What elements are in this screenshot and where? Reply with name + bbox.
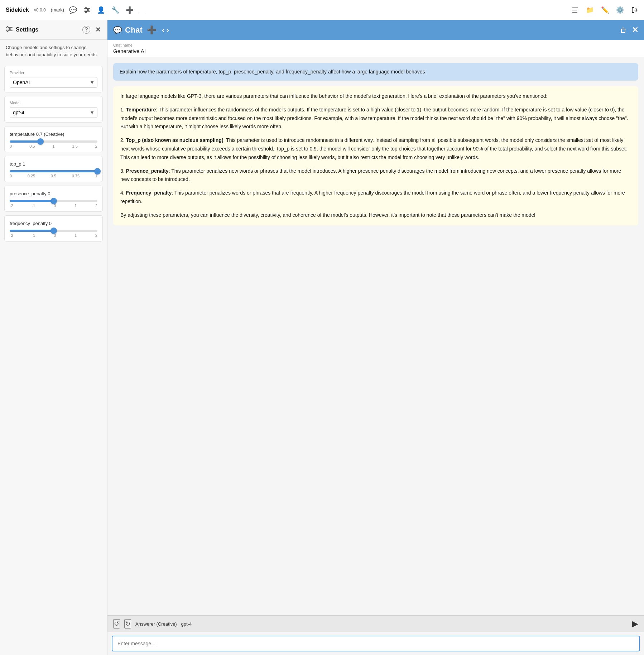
assistant-para-1: In large language models like GPT-3, the… [120,92,631,101]
chat-delete-button[interactable] [620,27,627,34]
model-section: Model gpt-4 ▼ [4,96,103,123]
temperature-slider-track[interactable] [10,140,97,143]
model-select-wrapper[interactable]: gpt-4 ▼ [10,107,97,118]
assistant-message: In large language models like GPT-3, the… [113,86,638,225]
chat-new-button[interactable]: ➕ [147,25,157,35]
assistant-para-5: 4. Frequency_penalty: This parameter pen… [120,189,631,206]
provider-select[interactable]: OpenAI [10,77,97,88]
chat-close-button[interactable]: ✕ [632,25,638,35]
svg-rect-14 [9,28,10,30]
provider-select-wrapper[interactable]: OpenAI ▼ [10,77,97,88]
temperature-slider-label: temperature 0.7 (Creative) [10,132,97,137]
temperature-slider-marks: 0 0.5 1 1.5 2 [10,144,97,148]
person-nav-icon[interactable]: 👤 [97,6,105,14]
temperature-slider-fill [10,140,40,143]
user-message-text: Explain how the parameters of temperatur… [120,69,425,75]
chat-header: 💬 Chat ➕ [107,20,644,40]
wrench-nav-icon[interactable]: 🔧 [111,6,119,14]
presence-penalty-slider-fill [10,200,54,202]
nav-icons-right: 📁 ✏️ ⚙️ [572,6,638,14]
svg-rect-8 [572,12,577,13]
svg-rect-4 [87,9,88,11]
frequency-penalty-slider-thumb [51,228,57,234]
settings-header: Settings ? ✕ [0,20,107,40]
svg-rect-3 [85,8,87,9]
settings-sliders-icon [6,25,13,34]
chat-name-label: Chat name [113,43,638,47]
settings-title: Settings [16,27,80,33]
top-p-slider-fill [10,170,97,172]
chat-code-button[interactable] [162,26,169,34]
top-nav: Sidekick v0.0.0 (mark) 💬 👤 🔧 ➕ _ 📁 ✏️ ⚙️ [0,0,644,20]
app-name: Sidekick [6,7,29,13]
presence-penalty-slider-thumb [51,198,57,204]
sliders-nav-icon[interactable] [83,6,91,14]
svg-rect-7 [572,10,577,10]
svg-rect-13 [7,27,8,28]
settings-header-actions: ? ✕ [82,25,101,34]
chat-header-right-actions: ✕ [620,25,638,35]
toolbar-model-label: gpt-4 [181,621,192,627]
chat-input-bar [107,632,644,655]
svg-rect-6 [572,8,578,8]
chat-toolbar: ↺ ↻ Answerer (Creative) gpt-4 ▶ [107,615,644,632]
settings-panel: Settings ? ✕ Change models and settings … [0,20,107,655]
chat-footer: ↺ ↻ Answerer (Creative) gpt-4 ▶ [107,615,644,655]
chat-messages: Explain how the parameters of temperatur… [107,57,644,615]
assistant-para-6: By adjusting these parameters, you can i… [120,211,631,220]
provider-label: Provider [10,71,97,75]
frequency-penalty-slider-label: frequency_penalty 0 [10,221,97,226]
chat-header-title-group: 💬 Chat [113,25,143,35]
app-user: (mark) [51,7,64,13]
chat-name-value: Generative AI [113,48,638,54]
chat-message-input[interactable] [112,636,640,651]
frequency-penalty-slider-track[interactable] [10,230,97,232]
chat-name-bar: Chat name Generative AI [107,40,644,57]
main-layout: Settings ? ✕ Change models and settings … [0,20,644,655]
chat-icon: 💬 [113,26,122,34]
chat-nav-icon[interactable]: 💬 [69,6,77,14]
toolbar-redo-button[interactable]: ↻ [124,619,131,628]
presence-penalty-slider-track[interactable] [10,200,97,202]
settings-help-button[interactable]: ? [82,26,90,34]
frequency-penalty-slider-fill [10,230,54,232]
svg-rect-15 [7,30,8,32]
folder-nav-icon[interactable]: 📁 [586,6,594,14]
assistant-para-2: 1. Temperature: This parameter influence… [120,106,631,131]
list-nav-icon[interactable] [572,6,579,14]
settings-description: Change models and settings to change beh… [0,40,107,62]
chat-header-actions: ➕ [147,25,169,35]
temperature-slider-section: temperature 0.7 (Creative) 0 0.5 1 1.5 2 [4,126,103,152]
model-select[interactable]: gpt-4 [10,107,97,118]
chat-title: Chat [125,25,143,35]
frequency-penalty-slider-section: frequency_penalty 0 -2 -1 0 1 2 [4,215,103,242]
app-version: v0.0.0 [34,8,46,13]
nav-icons-left: 💬 👤 🔧 ➕ _ [69,6,144,14]
top-p-slider-label: top_p 1 [10,161,97,167]
top-p-slider-section: top_p 1 0 0.25 0.5 0.75 1 [4,156,103,182]
pencil-nav-icon[interactable]: ✏️ [601,6,609,14]
toolbar-send-button[interactable]: ▶ [632,619,638,628]
chat-panel: 💬 Chat ➕ [107,20,644,655]
provider-section: Provider OpenAI ▼ [4,66,103,92]
assistant-para-4: 3. Presence_penalty: This parameter pena… [120,167,631,184]
top-p-slider-track[interactable] [10,170,97,172]
logout-nav-icon[interactable] [631,6,638,14]
model-label: Model [10,101,97,105]
settings-close-button[interactable]: ✕ [95,25,101,34]
gear-nav-icon[interactable]: ⚙️ [616,6,624,14]
svg-rect-5 [85,11,87,13]
toolbar-mode-label: Answerer (Creative) [135,621,177,627]
toolbar-reset-button[interactable]: ↺ [113,619,120,628]
add-nav-icon[interactable]: ➕ [126,6,134,14]
user-message: Explain how the parameters of temperatur… [113,63,638,81]
presence-penalty-slider-label: presence_penalty 0 [10,191,97,196]
presence-penalty-slider-section: presence_penalty 0 -2 -1 0 1 2 [4,186,103,212]
assistant-para-3: 2. Top_p (also known as nucleus sampling… [120,136,631,162]
top-p-slider-thumb [94,168,101,174]
top-p-slider-marks: 0 0.25 0.5 0.75 1 [10,174,97,178]
svg-rect-18 [621,29,625,33]
temperature-slider-thumb [37,138,44,145]
underscore-nav-icon[interactable]: _ [140,6,144,14]
